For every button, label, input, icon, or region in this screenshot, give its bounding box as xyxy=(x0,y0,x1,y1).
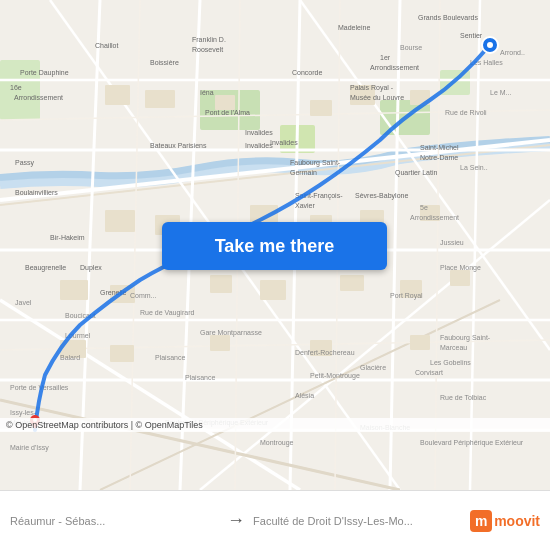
svg-rect-54 xyxy=(410,335,430,350)
arrow-icon: → xyxy=(227,510,245,531)
take-me-there-button[interactable]: Take me there xyxy=(162,222,387,270)
destination-box: Faculté de Droit D'Issy-Les-Mo... xyxy=(253,515,462,527)
svg-text:Alésia: Alésia xyxy=(295,392,314,399)
origin-center xyxy=(487,42,493,48)
svg-text:Place Monge: Place Monge xyxy=(440,264,481,272)
svg-text:Arrondissement: Arrondissement xyxy=(14,94,63,101)
svg-text:Mairie d'Issy: Mairie d'Issy xyxy=(10,444,49,452)
svg-text:Pont de l'Alma: Pont de l'Alma xyxy=(205,109,250,116)
origin-box: Réaumur - Sébas... xyxy=(10,515,219,527)
svg-text:Denfert-Rochereau: Denfert-Rochereau xyxy=(295,349,355,356)
svg-text:Xavier: Xavier xyxy=(295,202,316,209)
svg-text:Les Gobelins: Les Gobelins xyxy=(430,359,471,366)
svg-text:Invalides: Invalides xyxy=(270,139,298,146)
svg-text:Franklin D.: Franklin D. xyxy=(192,36,226,43)
svg-text:Chaillot: Chaillot xyxy=(95,42,118,49)
svg-text:Boulevard Périphérique Extérie: Boulevard Périphérique Extérieur xyxy=(420,439,524,447)
svg-text:Le M...: Le M... xyxy=(490,89,511,96)
svg-text:Bir-Hakeim: Bir-Hakeim xyxy=(50,234,85,241)
svg-rect-33 xyxy=(215,95,235,110)
svg-text:Sèvres-Babylone: Sèvres-Babylone xyxy=(355,192,408,200)
svg-rect-34 xyxy=(310,100,332,116)
svg-text:Bateaux Parisiens: Bateaux Parisiens xyxy=(150,142,207,149)
svg-rect-45 xyxy=(210,275,232,293)
svg-text:La Sein..: La Sein.. xyxy=(460,164,488,171)
svg-text:Plaisance: Plaisance xyxy=(185,374,215,381)
map-container: Porte Dauphine Chaillot Franklin D. Roos… xyxy=(0,0,550,490)
svg-text:Faubourg Saint-: Faubourg Saint- xyxy=(440,334,491,342)
origin-label: Réaumur - Sébas... xyxy=(10,515,219,527)
svg-text:Concorde: Concorde xyxy=(292,69,322,76)
svg-text:Madeleine: Madeleine xyxy=(338,24,370,31)
svg-text:Bourse: Bourse xyxy=(400,44,422,51)
svg-rect-37 xyxy=(105,210,135,232)
svg-rect-49 xyxy=(450,270,470,286)
bottom-bar: Réaumur - Sébas... → Faculté de Droit D'… xyxy=(0,490,550,550)
svg-text:Porte Dauphine: Porte Dauphine xyxy=(20,69,69,77)
svg-text:Invalides: Invalides xyxy=(245,129,273,136)
svg-text:Germain: Germain xyxy=(290,169,317,176)
svg-text:Invalides: Invalides xyxy=(245,142,273,149)
svg-text:Boulainvilliers: Boulainvilliers xyxy=(15,189,58,196)
svg-text:Musée du Louvre: Musée du Louvre xyxy=(350,94,404,101)
svg-text:Rue de Vaugirard: Rue de Vaugirard xyxy=(140,309,194,317)
svg-text:Corvisart: Corvisart xyxy=(415,369,443,376)
svg-text:Notre-Dame: Notre-Dame xyxy=(420,154,458,161)
svg-text:16e: 16e xyxy=(10,84,22,91)
svg-rect-52 xyxy=(210,335,230,351)
svg-text:Arrond..: Arrond.. xyxy=(500,49,525,56)
svg-text:Roosevelt: Roosevelt xyxy=(192,46,223,53)
svg-text:Arrondissement: Arrondissement xyxy=(370,64,419,71)
svg-text:Plaisance: Plaisance xyxy=(155,354,185,361)
svg-text:Boissière: Boissière xyxy=(150,59,179,66)
moovit-logo: m moovit xyxy=(470,510,540,532)
svg-text:Faubourg Saint-: Faubourg Saint- xyxy=(290,159,341,167)
svg-rect-46 xyxy=(260,280,286,300)
moovit-logo-letter: m xyxy=(470,510,492,532)
svg-rect-43 xyxy=(60,280,88,300)
attribution-bar: © OpenStreetMap contributors | © OpenMap… xyxy=(0,418,550,432)
svg-rect-31 xyxy=(105,85,130,105)
svg-text:Palais Royal -: Palais Royal - xyxy=(350,84,394,92)
svg-text:Beaugrenelle: Beaugrenelle xyxy=(25,264,66,272)
svg-text:Rue de Rivoli: Rue de Rivoli xyxy=(445,109,487,116)
svg-text:Comm...: Comm... xyxy=(130,292,157,299)
svg-text:Glacière: Glacière xyxy=(360,364,386,371)
svg-text:Grands Boulevards: Grands Boulevards xyxy=(418,14,478,21)
svg-text:Rue de Tolbiac: Rue de Tolbiac xyxy=(440,394,487,401)
svg-text:Passy: Passy xyxy=(15,159,35,167)
svg-text:Petit-Montrouge: Petit-Montrouge xyxy=(310,372,360,380)
svg-text:Quartier Latin: Quartier Latin xyxy=(395,169,438,177)
svg-text:Gare Montparnasse: Gare Montparnasse xyxy=(200,329,262,337)
svg-text:5e: 5e xyxy=(420,204,428,211)
svg-rect-32 xyxy=(145,90,175,108)
svg-text:Duplex: Duplex xyxy=(80,264,102,272)
svg-text:1er: 1er xyxy=(380,54,391,61)
svg-rect-47 xyxy=(340,275,364,291)
svg-text:Marceau: Marceau xyxy=(440,344,467,351)
attribution-text: © OpenStreetMap contributors | © OpenMap… xyxy=(6,420,203,430)
svg-text:Iéna: Iéna xyxy=(200,89,214,96)
moovit-logo-text: moovit xyxy=(494,513,540,529)
destination-label: Faculté de Droit D'Issy-Les-Mo... xyxy=(253,515,462,527)
svg-text:Arrondissement: Arrondissement xyxy=(410,214,459,221)
svg-text:Jussieu: Jussieu xyxy=(440,239,464,246)
svg-text:Sentier: Sentier xyxy=(460,32,483,39)
svg-text:Port Royal: Port Royal xyxy=(390,292,423,300)
svg-rect-51 xyxy=(110,345,134,362)
svg-text:Balard: Balard xyxy=(60,354,80,361)
svg-text:Saint-Michel: Saint-Michel xyxy=(420,144,459,151)
svg-text:Javel: Javel xyxy=(15,299,32,306)
svg-text:Montrouge: Montrouge xyxy=(260,439,294,447)
